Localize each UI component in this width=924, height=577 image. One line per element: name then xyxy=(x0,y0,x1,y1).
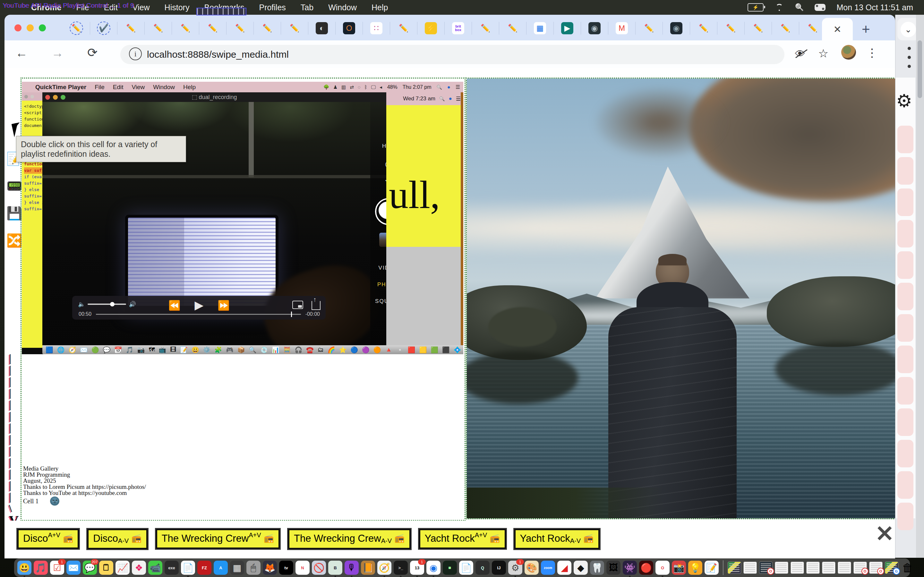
dock-app-41[interactable]: 💡 xyxy=(688,561,702,575)
dock-window-thumb-2[interactable]: O xyxy=(759,562,772,574)
bookmark-star-icon[interactable]: ☆ xyxy=(818,47,829,60)
dock-app-8[interactable]: 📹 xyxy=(148,561,162,575)
pinned-tab-0[interactable]: ✏️ xyxy=(63,22,90,35)
pinned-tab-12[interactable]: ✏️ xyxy=(390,22,417,35)
pinned-tab-23[interactable]: ✏️ xyxy=(690,22,717,35)
dock-app-32[interactable]: zoom xyxy=(541,561,555,575)
pinned-tab-25[interactable]: ✏️ xyxy=(745,22,772,35)
menu-clock[interactable]: Mon 13 Oct 11:51 am xyxy=(837,3,913,12)
close-overlay-button[interactable]: ✕ xyxy=(875,522,894,545)
dock-app-36[interactable]: 🖼 xyxy=(606,561,620,575)
pinned-tab-17[interactable]: ▦ xyxy=(527,22,554,35)
dock-app-40[interactable]: 📸 xyxy=(672,561,686,575)
dock-app-16[interactable]: tv xyxy=(279,561,293,575)
profile-avatar[interactable] xyxy=(841,45,856,60)
dock-app-33[interactable]: ◢ xyxy=(557,561,572,575)
close-window-button[interactable] xyxy=(15,24,21,31)
pinned-tab-16[interactable]: ✏️ xyxy=(499,22,527,35)
new-tab-button[interactable]: + xyxy=(862,21,870,37)
menu-item-help[interactable]: Help xyxy=(364,3,395,12)
media-cell-2[interactable] xyxy=(466,77,896,519)
playlist-button-disco-a+v[interactable]: DiscoA+V📻 xyxy=(17,529,79,549)
pinned-tab-8[interactable]: ✏️ xyxy=(281,22,309,35)
dock-app-9[interactable]: exe xyxy=(165,561,179,575)
pinned-tab-11[interactable]: ∷ xyxy=(363,22,390,35)
dock-app-14[interactable]: 🖱 xyxy=(246,561,260,575)
dock-app-7[interactable]: ❖ xyxy=(132,561,146,575)
dock-app-28[interactable]: Q xyxy=(475,561,489,575)
dock-app-15[interactable]: 🦊 xyxy=(263,561,277,575)
dock-app-21[interactable]: 📙 xyxy=(361,561,375,575)
dock-app-29[interactable]: IJ xyxy=(492,561,506,575)
embedded-video[interactable]: QuickTime PlayerFileEditViewWindowHelp 🌳… xyxy=(22,82,463,354)
dock-app-19[interactable]: B xyxy=(328,561,342,575)
gear-icon[interactable]: ⚙ xyxy=(896,90,912,111)
dock-app-6[interactable]: 📈 xyxy=(115,561,129,575)
moon-face-emoji[interactable]: 🌚 xyxy=(49,496,60,506)
dock-app-24[interactable]: 131 xyxy=(410,561,424,575)
pinned-tab-21[interactable]: ✏️ xyxy=(636,22,663,35)
close-tab-icon[interactable]: ✕ xyxy=(833,24,841,35)
dock-app-2[interactable]: ☑1 xyxy=(50,561,64,575)
pinned-tab-22[interactable]: ◉ xyxy=(663,22,690,35)
dock-app-11[interactable]: FZ xyxy=(197,561,212,575)
pinned-tab-5[interactable]: ✏️ xyxy=(199,22,226,35)
dock-window-thumb-9[interactable]: O xyxy=(869,562,883,574)
dock-window-thumb-6[interactable] xyxy=(822,562,835,574)
rail-icon-1[interactable]: 📟 xyxy=(6,179,23,193)
dock-app-4[interactable]: 💬207 xyxy=(83,561,97,575)
dock-app-30[interactable]: ⚙1 xyxy=(508,561,522,575)
dock-window-thumb-5[interactable] xyxy=(806,562,820,574)
browser-menu-icon[interactable]: ⋮ xyxy=(866,46,878,60)
dock-window-thumb-3[interactable] xyxy=(775,562,788,574)
pinned-tab-26[interactable]: ✏️ xyxy=(772,22,799,35)
dock-app-20[interactable]: 🎙 xyxy=(344,561,359,575)
dock-window-thumb-7[interactable] xyxy=(838,562,851,574)
dock-window-thumb-8[interactable]: O xyxy=(853,562,867,574)
pinned-tab-7[interactable]: ✏️ xyxy=(254,22,281,35)
dock-trash[interactable]: 🗑 xyxy=(901,561,915,575)
dock-app-31[interactable]: 🎨 xyxy=(525,561,539,575)
pinned-tab-24[interactable]: ✏️ xyxy=(717,22,745,35)
playlist-button-the-wrecking-crew-a-v[interactable]: The Wrecking CrewA-V📻 xyxy=(288,529,410,549)
spotlight-icon[interactable]: 🔍 xyxy=(795,3,804,11)
pinned-tab-9[interactable]: ◐ xyxy=(309,22,336,35)
url-text[interactable]: localhost:8888/swipe_media.html xyxy=(147,49,289,60)
dock-app-26[interactable]: ▪ xyxy=(443,561,457,575)
pinned-tab-4[interactable]: ✏️ xyxy=(172,22,199,35)
dock-app-35[interactable]: 🦷 xyxy=(590,561,604,575)
dock-window-thumb-10[interactable]: G xyxy=(885,562,898,574)
active-tab[interactable]: ✕ xyxy=(822,18,853,40)
playlist-button-the-wrecking-crew-a+v[interactable]: The Wrecking CrewA+V📻 xyxy=(156,529,280,549)
dock-app-12[interactable]: A xyxy=(214,561,228,575)
pinned-tab-14[interactable]: brit box xyxy=(445,22,472,35)
dock-window-thumb-4[interactable] xyxy=(790,562,804,574)
playlist-button-yacht-rock-a+v[interactable]: Yacht RockA+V📻 xyxy=(419,529,506,549)
pinned-tab-1[interactable]: ✔️ xyxy=(90,22,118,35)
menu-item-tab[interactable]: Tab xyxy=(293,3,321,12)
pinned-tab-3[interactable]: ✏️ xyxy=(145,22,172,35)
playlist-button-yacht-rock-a-v[interactable]: Yacht RockA-V📻 xyxy=(514,529,599,549)
dock-window-thumb-1[interactable] xyxy=(743,562,757,574)
control-center-icon[interactable] xyxy=(814,4,825,11)
dock-app-17[interactable]: N xyxy=(296,561,310,575)
dock-app-42[interactable]: 📝 xyxy=(704,561,719,575)
pinned-tab-20[interactable]: M xyxy=(608,22,636,35)
tab-search-chevron[interactable]: ⌄ xyxy=(901,22,916,37)
dock-app-38[interactable]: 🔴 xyxy=(639,561,653,575)
menu-item-profiles[interactable]: Profiles xyxy=(252,3,293,12)
menu-item-history[interactable]: History xyxy=(157,3,197,12)
dock-app-27[interactable]: 📄 xyxy=(459,561,473,575)
pinned-tab-15[interactable]: ✏️ xyxy=(472,22,499,35)
dock-app-37[interactable]: 👾 xyxy=(623,561,637,575)
pinned-tab-10[interactable]: O xyxy=(336,22,363,35)
dock-app-10[interactable]: 📄 xyxy=(181,561,195,575)
pinned-tab-13[interactable]: ⚡ xyxy=(417,22,445,35)
dock-app-1[interactable]: 🎵 xyxy=(34,561,48,575)
pinned-tab-2[interactable]: ✏️ xyxy=(118,22,145,35)
forward-button[interactable]: → xyxy=(51,46,63,60)
playlist-button-disco-a-v[interactable]: DiscoA-V📻 xyxy=(87,529,147,549)
dock-app-3[interactable]: ✉️ xyxy=(66,561,81,575)
site-info-icon[interactable]: i xyxy=(129,47,142,60)
dock-app-25[interactable]: ◉ xyxy=(426,561,441,575)
